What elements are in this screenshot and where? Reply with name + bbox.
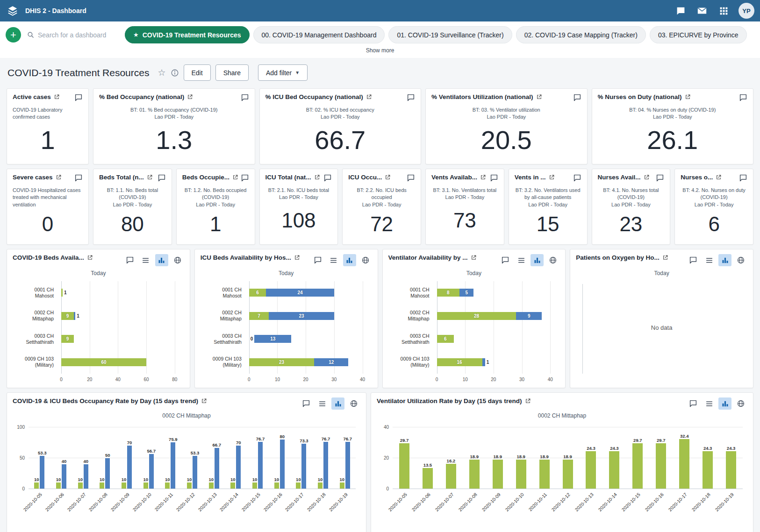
card-subtitle: BT: 01. % Bed occupancy (COVID-19)Lao PD…	[99, 106, 249, 121]
table-view-icon[interactable]	[139, 254, 152, 266]
user-avatar[interactable]: YP	[738, 3, 754, 19]
open-in-app-icon[interactable]	[480, 174, 486, 180]
open-in-app-icon[interactable]	[366, 94, 372, 100]
comments-icon[interactable]	[407, 93, 415, 102]
comments-icon[interactable]	[158, 174, 166, 182]
bar-group: 18.9	[533, 427, 556, 489]
map-view-icon[interactable]	[546, 254, 559, 266]
comments-icon[interactable]	[300, 397, 313, 410]
bar-row: 013	[249, 327, 363, 351]
chart-view-icon[interactable]	[343, 254, 356, 266]
card-subtitle: BT: 04. % Nurses on duty (COVID-19)Lao P…	[598, 106, 748, 121]
show-more-link[interactable]: Show more	[6, 43, 754, 58]
chart-view-icon[interactable]	[531, 254, 544, 266]
map-view-icon[interactable]	[347, 397, 360, 410]
bar-segment: 28	[437, 312, 516, 320]
info-icon[interactable]	[171, 69, 179, 77]
open-in-app-icon[interactable]	[87, 255, 93, 261]
bar-value-label: 29.7	[657, 438, 666, 443]
open-in-app-icon[interactable]	[54, 94, 60, 100]
comments-icon[interactable]	[323, 174, 332, 182]
bar-group: 32.4	[673, 427, 696, 489]
new-dashboard-button[interactable]: +	[6, 27, 21, 43]
open-in-app-icon[interactable]	[147, 174, 153, 180]
comments-icon[interactable]	[490, 174, 498, 182]
share-button[interactable]: Share	[215, 64, 249, 81]
bar-value-label: 6	[444, 336, 447, 341]
open-in-app-icon[interactable]	[232, 174, 237, 180]
table-view-icon[interactable]	[327, 254, 340, 266]
map-view-icon[interactable]	[359, 254, 372, 266]
card-header: Beds Occupie...	[182, 174, 249, 183]
dashboard-chip[interactable]: 02. COVID-19 Case Mapping (Tracker)	[516, 26, 646, 43]
dashboard-chip-selected[interactable]: ★ COVID-19 Treatment Resources	[125, 26, 250, 43]
add-filter-button[interactable]: Add filter ▼	[258, 64, 308, 81]
open-in-app-icon[interactable]	[314, 174, 320, 180]
subtitle-line: Lao PDR - Today	[681, 201, 747, 208]
category-label: 0001 CH Mahosot	[14, 281, 57, 305]
open-in-app-icon[interactable]	[549, 174, 555, 180]
card-header: Ventilator Utilization Rate by Day (15 d…	[377, 397, 747, 410]
dashboard-search-input[interactable]	[38, 31, 116, 39]
apps-grid-icon[interactable]	[714, 1, 733, 20]
favorite-star-icon[interactable]: ☆	[158, 68, 165, 77]
open-in-app-icon[interactable]	[201, 398, 207, 404]
mail-icon[interactable]	[693, 1, 711, 20]
bar: 75.9	[171, 442, 175, 489]
comments-icon[interactable]	[241, 93, 249, 102]
open-in-app-icon[interactable]	[294, 255, 300, 261]
table-view-icon[interactable]	[703, 254, 716, 266]
edit-button[interactable]: Edit	[184, 64, 211, 81]
comments-icon[interactable]	[74, 174, 83, 182]
chart-view-icon[interactable]	[155, 254, 168, 266]
dhis2-logo-icon[interactable]	[6, 4, 20, 18]
open-in-app-icon[interactable]	[644, 174, 650, 180]
chart-view-icon[interactable]	[718, 397, 731, 410]
comments-icon[interactable]	[407, 174, 415, 182]
dashboard-chip[interactable]: 01. COVID-19 Surveillance (Tracker)	[388, 26, 512, 43]
comments-icon[interactable]	[687, 397, 700, 410]
table-view-icon[interactable]	[315, 397, 329, 410]
open-in-app-icon[interactable]	[385, 174, 391, 180]
bar: 10	[318, 482, 323, 489]
map-view-icon[interactable]	[171, 254, 184, 266]
table-view-icon[interactable]	[703, 397, 716, 410]
map-view-icon[interactable]	[734, 397, 747, 410]
comments-icon[interactable]	[656, 174, 664, 182]
dashboard-chip[interactable]: 00. COVID-19 Management Dashboard	[253, 26, 385, 43]
open-in-app-icon[interactable]	[716, 174, 722, 180]
chart-view-icon[interactable]	[331, 397, 344, 410]
open-in-app-icon[interactable]	[187, 94, 193, 100]
bar-chart: 8528961610001 CH Mahosot0002 CH Mittapha…	[390, 281, 558, 383]
chart-view-icon[interactable]	[718, 254, 731, 266]
comments-icon[interactable]	[74, 93, 83, 102]
comments-icon[interactable]	[573, 93, 581, 102]
comments-icon[interactable]	[739, 93, 747, 102]
kpi-row-1: Active casesCOVID-19 Laboratory confirme…	[7, 88, 753, 164]
open-in-app-icon[interactable]	[56, 174, 62, 180]
card-subtitle: BT: 03. % Ventilator utilizationLao PDR …	[431, 106, 581, 121]
axis-tick-label: 100	[17, 425, 25, 430]
dashboard-chip[interactable]: 03. EPICURVE by Province	[650, 26, 747, 43]
comments-icon[interactable]	[499, 254, 512, 266]
open-in-app-icon[interactable]	[471, 255, 477, 261]
subtitle-line: BT: 1.1. No. Beds total (COVID-19)	[99, 187, 166, 201]
open-in-app-icon[interactable]	[536, 94, 542, 100]
card-title: Active cases	[13, 93, 60, 100]
open-in-app-icon[interactable]	[525, 398, 531, 404]
comments-icon[interactable]	[241, 174, 249, 182]
comments-icon[interactable]	[123, 254, 136, 266]
comments-icon[interactable]	[573, 174, 581, 182]
open-in-app-icon[interactable]	[685, 94, 691, 100]
bar-value-label: 53.3	[38, 450, 47, 455]
open-in-app-icon[interactable]	[662, 255, 668, 261]
table-view-icon[interactable]	[515, 254, 528, 266]
comments-icon[interactable]	[687, 254, 700, 266]
messages-icon[interactable]	[671, 1, 690, 20]
bar: 10	[340, 482, 344, 489]
map-view-icon[interactable]	[734, 254, 747, 266]
card-title-text: ICU Total (nat...	[265, 174, 311, 181]
comments-icon[interactable]	[311, 254, 324, 266]
bar-value-label: 29.7	[400, 438, 409, 443]
comments-icon[interactable]	[739, 174, 747, 182]
